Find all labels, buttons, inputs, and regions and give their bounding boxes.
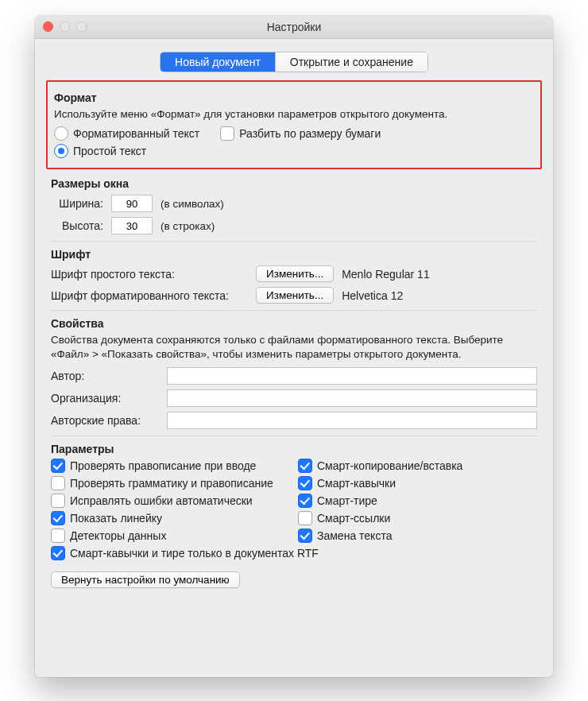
window-body: Новый документ Открытие и сохранение Фор… <box>35 39 553 602</box>
traffic-lights <box>43 21 87 32</box>
checkbox-wrap-to-page[interactable] <box>220 126 234 141</box>
divider <box>51 436 537 436</box>
checkbox-smart-dashes[interactable] <box>298 494 312 508</box>
checkbox-grammar-label: Проверять грамматику и правописание <box>70 477 273 490</box>
radio-rich-text-label: Форматированный текст <box>73 127 199 140</box>
tab-segmented-control: Новый документ Открытие и сохранение <box>160 52 428 72</box>
checkbox-rtf-only[interactable] <box>51 546 65 560</box>
checkbox-spellcheck-label: Проверять правописание при вводе <box>70 459 256 472</box>
params-heading: Параметры <box>51 443 537 455</box>
checkbox-ruler-label: Показать линейку <box>70 512 162 525</box>
checkbox-smart-dashes-label: Смарт-тире <box>317 494 377 507</box>
copyright-label: Авторские права: <box>51 414 159 427</box>
window-title: Настройки <box>267 21 322 33</box>
tab-new-document[interactable]: Новый документ <box>161 52 276 72</box>
checkbox-smart-quotes-label: Смарт-кавычки <box>317 477 396 490</box>
checkbox-rtf-only-label: Смарт-кавычки и тире только в документах… <box>70 547 319 560</box>
checkbox-text-replace[interactable] <box>298 529 312 543</box>
props-heading: Свойства <box>51 317 537 330</box>
format-section-highlight: Формат Используйте меню «Формат» для уст… <box>46 80 542 169</box>
org-label: Организация: <box>51 392 159 405</box>
change-plain-font-button[interactable]: Изменить... <box>256 265 334 282</box>
checkbox-ruler[interactable] <box>51 511 65 525</box>
author-label: Автор: <box>51 370 159 382</box>
divider <box>51 241 537 242</box>
props-help: Свойства документа сохраняются только с … <box>51 333 537 362</box>
width-input[interactable] <box>111 195 153 212</box>
checkbox-autocorrect-label: Исправлять ошибки автоматически <box>70 494 253 507</box>
width-label: Ширина: <box>51 197 103 210</box>
checkbox-grammar[interactable] <box>51 476 65 490</box>
change-rich-font-button[interactable]: Изменить... <box>256 287 334 304</box>
minimize-icon[interactable] <box>60 21 70 32</box>
preferences-window: Настройки Новый документ Открытие и сохр… <box>35 16 553 677</box>
close-icon[interactable] <box>43 21 53 32</box>
checkbox-data-detectors-label: Детекторы данных <box>70 529 166 542</box>
font-heading: Шрифт <box>51 248 537 261</box>
format-help: Используйте меню «Формат» для установки … <box>54 107 534 122</box>
checkbox-smart-links[interactable] <box>298 511 312 525</box>
rich-font-label: Шрифт форматированного текста: <box>51 289 248 302</box>
checkbox-data-detectors[interactable] <box>51 529 65 543</box>
titlebar: Настройки <box>35 16 553 39</box>
checkbox-smart-copy[interactable] <box>298 459 312 473</box>
radio-rich-text[interactable] <box>54 126 68 141</box>
height-suffix: (в строках) <box>161 220 215 232</box>
checkbox-smart-quotes[interactable] <box>298 476 312 490</box>
plain-font-value: Menlo Regular 11 <box>342 268 430 281</box>
zoom-icon[interactable] <box>76 21 87 32</box>
params-grid: Проверять правописание при вводе Смарт-к… <box>51 459 537 560</box>
checkbox-autocorrect[interactable] <box>51 494 65 508</box>
checkbox-spellcheck[interactable] <box>51 459 65 473</box>
checkbox-wrap-to-page-label: Разбить по размеру бумаги <box>239 127 381 140</box>
checkbox-smart-links-label: Смарт-ссылки <box>317 512 390 525</box>
radio-plain-text[interactable] <box>54 144 68 158</box>
checkbox-smart-copy-label: Смарт-копирование/вставка <box>317 459 462 472</box>
radio-plain-text-label: Простой текст <box>73 145 146 157</box>
org-input[interactable] <box>167 389 537 407</box>
rich-font-value: Helvetica 12 <box>342 289 403 302</box>
divider <box>51 310 537 311</box>
format-heading: Формат <box>54 91 534 104</box>
tab-open-save[interactable]: Открытие и сохранение <box>276 52 427 72</box>
width-suffix: (в символах) <box>161 198 224 210</box>
window-size-heading: Размеры окна <box>51 177 537 190</box>
copyright-input[interactable] <box>167 412 537 429</box>
plain-font-label: Шрифт простого текста: <box>51 268 248 281</box>
height-label: Высота: <box>51 219 103 232</box>
author-input[interactable] <box>167 367 537 385</box>
tabs: Новый документ Открытие и сохранение <box>51 52 537 72</box>
restore-defaults-button[interactable]: Вернуть настройки по умолчанию <box>51 571 240 588</box>
checkbox-text-replace-label: Замена текста <box>317 529 392 542</box>
height-input[interactable] <box>111 217 153 234</box>
